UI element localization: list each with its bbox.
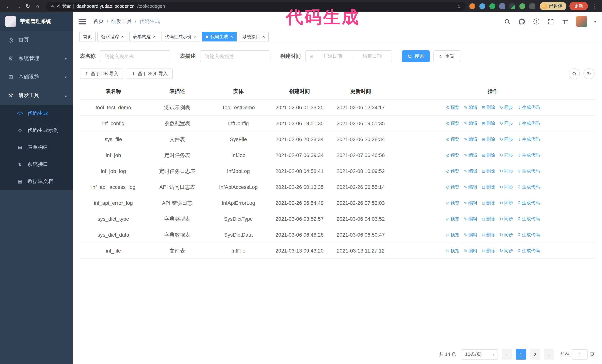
sidebar-item-codegen-example[interactable]: ◇ 代码生成示例	[0, 122, 73, 139]
row-action-edit[interactable]: ✎编辑	[464, 151, 477, 159]
row-action-generate-code[interactable]: ↧生成代码	[517, 135, 540, 143]
row-action-generate-code[interactable]: ↧生成代码	[517, 247, 540, 255]
close-icon[interactable]: ×	[262, 34, 265, 39]
close-icon[interactable]: ×	[230, 34, 233, 39]
row-action-sync[interactable]: ↻同步	[500, 104, 513, 112]
hamburger-icon[interactable]	[78, 19, 86, 24]
import-db-button[interactable]: ↥ 基于 DB 导入	[80, 69, 123, 79]
close-icon[interactable]: ×	[153, 34, 156, 39]
breadcrumb-devtools[interactable]: 研发工具	[111, 18, 132, 25]
row-action-edit[interactable]: ✎编辑	[464, 167, 477, 175]
tab-system-api[interactable]: 系统接口 ×	[239, 32, 269, 42]
row-action-preview[interactable]: ⊙预览	[446, 247, 459, 255]
security-label[interactable]: 不安全	[57, 3, 71, 9]
row-action-sync[interactable]: ↻同步	[500, 183, 513, 191]
row-action-sync[interactable]: ↻同步	[500, 199, 513, 207]
search-icon[interactable]	[504, 18, 511, 25]
browser-update-button[interactable]: 更新	[570, 2, 588, 10]
row-action-edit[interactable]: ✎编辑	[464, 247, 477, 255]
sidebar-item-home[interactable]: ◎ 首页	[0, 31, 73, 49]
close-icon[interactable]: ×	[121, 34, 124, 39]
help-icon[interactable]: ?	[533, 18, 540, 25]
tab-codegen[interactable]: 代码生成 ×	[202, 32, 237, 42]
breadcrumb-home[interactable]: 首页	[93, 18, 104, 25]
row-action-preview[interactable]: ⊙预览	[446, 199, 459, 207]
fullscreen-icon[interactable]	[547, 18, 555, 25]
import-sql-button[interactable]: ↥ 基于 SQL 导入	[127, 69, 173, 79]
row-action-generate-code[interactable]: ↧生成代码	[517, 120, 540, 127]
row-action-generate-code[interactable]: ↧生成代码	[517, 183, 540, 191]
browser-reload-icon[interactable]: ↻	[23, 3, 32, 10]
font-size-icon[interactable]: TT	[562, 18, 569, 25]
browser-home-icon[interactable]: ⌂	[32, 3, 42, 9]
row-action-preview[interactable]: ⊙预览	[446, 183, 459, 191]
profile-paused-badge[interactable]: 已暂停	[540, 2, 566, 10]
row-action-delete[interactable]: ⊟删除	[482, 135, 495, 143]
row-action-generate-code[interactable]: ↧生成代码	[517, 167, 540, 175]
extension-icon[interactable]	[499, 3, 505, 9]
extension-icon[interactable]	[489, 3, 495, 9]
row-action-generate-code[interactable]: ↧生成代码	[517, 151, 540, 159]
bookmark-star-icon[interactable]: ☆	[457, 3, 461, 9]
row-action-delete[interactable]: ⊟删除	[482, 183, 495, 191]
row-action-preview[interactable]: ⊙预览	[446, 231, 459, 239]
extension-icon[interactable]	[479, 3, 485, 9]
row-action-preview[interactable]: ⊙预览	[446, 135, 459, 143]
row-action-edit[interactable]: ✎编辑	[464, 120, 477, 127]
sidebar-item-db-docs[interactable]: ▦ 数据库文档	[0, 173, 73, 190]
row-action-delete[interactable]: ⊟删除	[482, 215, 495, 223]
table-desc-input[interactable]	[200, 50, 270, 62]
row-action-delete[interactable]: ⊟删除	[482, 151, 495, 159]
date-range-picker[interactable]: ⊞ 开始日期 - 结束日期	[305, 50, 392, 62]
row-action-sync[interactable]: ↻同步	[500, 135, 513, 143]
row-action-preview[interactable]: ⊙预览	[446, 151, 459, 159]
user-avatar[interactable]	[576, 16, 587, 27]
row-action-sync[interactable]: ↻同步	[500, 247, 513, 255]
close-icon[interactable]: ×	[194, 34, 196, 39]
sidebar-item-devtools[interactable]: ⚒ 研发工具 ▴	[0, 86, 73, 105]
row-action-edit[interactable]: ✎编辑	[464, 199, 477, 207]
toggle-search-button[interactable]	[569, 68, 580, 79]
next-page-button[interactable]: ›	[544, 349, 554, 360]
extension-icon[interactable]	[519, 3, 525, 9]
row-action-delete[interactable]: ⊟删除	[482, 199, 495, 207]
table-name-input[interactable]	[100, 50, 171, 62]
sidebar-item-form-builder[interactable]: ▤ 表单构建	[0, 139, 73, 156]
extension-icon[interactable]	[509, 3, 515, 9]
row-action-delete[interactable]: ⊟删除	[482, 247, 495, 255]
tab-codegen-example[interactable]: 代码生成示例 ×	[161, 32, 200, 42]
row-action-generate-code[interactable]: ↧生成代码	[517, 199, 540, 207]
row-action-generate-code[interactable]: ↧生成代码	[517, 104, 540, 112]
row-action-edit[interactable]: ✎编辑	[464, 215, 477, 223]
row-action-sync[interactable]: ↻同步	[500, 231, 513, 239]
row-action-preview[interactable]: ⊙预览	[446, 120, 459, 127]
logo[interactable]: 芋道管理系统	[0, 12, 73, 31]
row-action-preview[interactable]: ⊙预览	[446, 215, 459, 223]
row-action-delete[interactable]: ⊟删除	[482, 104, 495, 112]
tab-home[interactable]: 首页	[79, 32, 96, 42]
goto-page-input[interactable]	[572, 349, 588, 360]
row-action-preview[interactable]: ⊙预览	[446, 104, 459, 112]
page-size-select[interactable]: 10条/页 ▾	[462, 349, 498, 360]
extension-icon[interactable]	[529, 3, 535, 9]
kebab-menu-icon[interactable]: ⋮	[590, 3, 598, 9]
tab-form-builder[interactable]: 表单构建 ×	[129, 32, 159, 42]
row-action-edit[interactable]: ✎编辑	[464, 183, 477, 191]
github-icon[interactable]	[518, 18, 526, 25]
row-action-edit[interactable]: ✎编辑	[464, 104, 477, 112]
row-action-delete[interactable]: ⊟删除	[482, 120, 495, 127]
page-button-2[interactable]: 2	[530, 349, 540, 360]
row-action-sync[interactable]: ↻同步	[500, 215, 513, 223]
row-action-preview[interactable]: ⊙预览	[446, 167, 459, 175]
prev-page-button[interactable]: ‹	[502, 349, 512, 360]
tab-tracing[interactable]: 链路追踪 ×	[97, 32, 128, 42]
row-action-generate-code[interactable]: ↧生成代码	[517, 231, 540, 239]
row-action-sync[interactable]: ↻同步	[500, 167, 513, 175]
row-action-sync[interactable]: ↻同步	[500, 120, 513, 127]
browser-back-icon[interactable]: ←	[4, 3, 13, 9]
avatar-caret-icon[interactable]: ▾	[594, 20, 596, 23]
address-bar[interactable]: ⚠ 不安全 dashboard.yudao.iocoder.cn/tool/co…	[46, 2, 466, 10]
refresh-table-button[interactable]: ↻	[583, 68, 595, 79]
row-action-generate-code[interactable]: ↧生成代码	[517, 215, 540, 223]
sidebar-item-system-api[interactable]: ⇅ 系统接口	[0, 156, 73, 173]
